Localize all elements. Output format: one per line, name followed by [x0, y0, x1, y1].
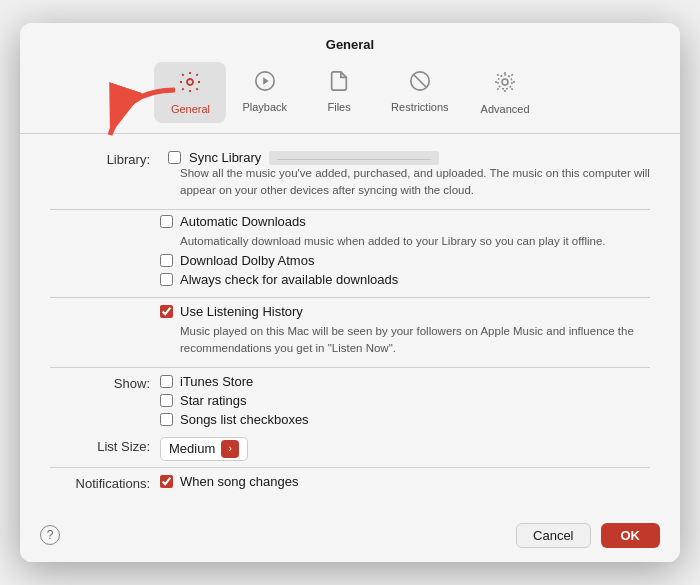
listening-history-spacer	[50, 304, 160, 306]
help-label: ?	[47, 528, 54, 542]
sync-row: Sync Library ——————————————	[160, 150, 650, 165]
tab-restrictions[interactable]: Restrictions	[375, 62, 464, 123]
dropdown-arrow-icon: ›	[221, 440, 239, 458]
list-size-content: Medium ›	[160, 437, 650, 461]
auto-downloads-spacer	[50, 214, 160, 216]
star-ratings-row: Star ratings	[160, 393, 650, 408]
songs-checkboxes-checkbox[interactable]	[160, 413, 173, 426]
itunes-store-checkbox[interactable]	[160, 375, 173, 388]
library-content: Sync Library —————————————— Show all the…	[160, 150, 650, 202]
show-label: Show:	[50, 374, 160, 391]
auto-downloads-content: Automatic Downloads Automatically downlo…	[160, 214, 650, 292]
help-button[interactable]: ?	[40, 525, 60, 545]
notifications-checkbox[interactable]	[160, 475, 173, 488]
playback-icon	[254, 70, 276, 98]
cancel-label: Cancel	[533, 528, 573, 543]
star-ratings-label: Star ratings	[180, 393, 246, 408]
list-size-control-row: Medium ›	[160, 437, 650, 461]
dolby-checkbox-row: Download Dolby Atmos	[160, 253, 650, 268]
notifications-content: When song changes	[160, 474, 650, 493]
auto-downloads-checkbox[interactable]	[160, 215, 173, 228]
notifications-checkbox-row: When song changes	[160, 474, 650, 489]
auto-downloads-checkbox-row: Automatic Downloads	[160, 214, 650, 229]
songs-checkboxes-row: Songs list checkboxes	[160, 412, 650, 427]
listening-history-desc: Music played on this Mac will be seen by…	[180, 323, 650, 356]
auto-downloads-desc: Automatically download music when added …	[180, 233, 650, 250]
preferences-window: General General Playback	[20, 23, 680, 561]
sync-library-desc: Show all the music you've added, purchas…	[180, 165, 650, 198]
list-size-dropdown[interactable]: Medium ›	[160, 437, 248, 461]
sync-library-id: ——————————————	[269, 151, 439, 165]
svg-marker-2	[263, 78, 269, 85]
notifications-row: Notifications: When song changes	[50, 474, 650, 493]
toolbar: General Playback Files	[20, 52, 680, 123]
songs-checkboxes-label: Songs list checkboxes	[180, 412, 309, 427]
tab-restrictions-label: Restrictions	[391, 101, 448, 113]
tab-advanced-label: Advanced	[481, 103, 530, 115]
avail-downloads-label: Always check for available downloads	[180, 272, 398, 287]
tab-files-label: Files	[327, 101, 350, 113]
show-row: Show: iTunes Store Star ratings Songs li…	[50, 374, 650, 431]
listening-history-checkbox[interactable]	[160, 305, 173, 318]
svg-line-4	[413, 75, 426, 88]
notifications-label: Notifications:	[50, 474, 160, 491]
dolby-checkbox[interactable]	[160, 254, 173, 267]
window-title: General	[20, 23, 680, 52]
star-ratings-checkbox[interactable]	[160, 394, 173, 407]
title-text: General	[326, 37, 374, 52]
tab-playback[interactable]: Playback	[226, 62, 303, 123]
avail-downloads-checkbox[interactable]	[160, 273, 173, 286]
itunes-store-row: iTunes Store	[160, 374, 650, 389]
listening-history-checkbox-row: Use Listening History	[160, 304, 650, 319]
dolby-label: Download Dolby Atmos	[180, 253, 314, 268]
library-label: Library:	[50, 150, 160, 167]
listening-history-row: Use Listening History Music played on th…	[50, 304, 650, 360]
settings-content: Library:	[20, 134, 680, 512]
tab-files[interactable]: Files	[303, 62, 375, 123]
svg-point-0	[187, 79, 193, 85]
sync-library-label: Sync Library	[189, 150, 261, 165]
notifications-item-label: When song changes	[180, 474, 299, 489]
ok-button[interactable]: OK	[601, 523, 661, 548]
list-size-value: Medium	[169, 441, 215, 456]
library-row: Library:	[50, 150, 650, 202]
svg-point-6	[498, 75, 512, 89]
avail-downloads-checkbox-row: Always check for available downloads	[160, 272, 650, 287]
list-size-row: List Size: Medium ›	[50, 437, 650, 461]
tab-advanced[interactable]: Advanced	[465, 62, 546, 123]
files-icon	[328, 70, 350, 98]
advanced-icon	[493, 70, 517, 100]
listening-history-content: Use Listening History Music played on th…	[160, 304, 650, 360]
tab-playback-label: Playback	[242, 101, 287, 113]
show-content: iTunes Store Star ratings Songs list che…	[160, 374, 650, 431]
tab-general[interactable]: General	[154, 62, 226, 123]
itunes-store-label: iTunes Store	[180, 374, 253, 389]
auto-downloads-label: Automatic Downloads	[180, 214, 306, 229]
restrict-icon	[409, 70, 431, 98]
cancel-button[interactable]: Cancel	[516, 523, 590, 548]
gear-icon	[178, 70, 202, 100]
footer-buttons: Cancel OK	[516, 523, 660, 548]
sync-library-checkbox[interactable]	[168, 151, 181, 164]
auto-downloads-row: Automatic Downloads Automatically downlo…	[50, 214, 650, 292]
listening-history-label: Use Listening History	[180, 304, 303, 319]
svg-point-5	[502, 79, 508, 85]
tab-general-label: General	[171, 103, 210, 115]
footer: ? Cancel OK	[20, 513, 680, 562]
list-size-label: List Size:	[50, 437, 160, 454]
ok-label: OK	[621, 528, 641, 543]
